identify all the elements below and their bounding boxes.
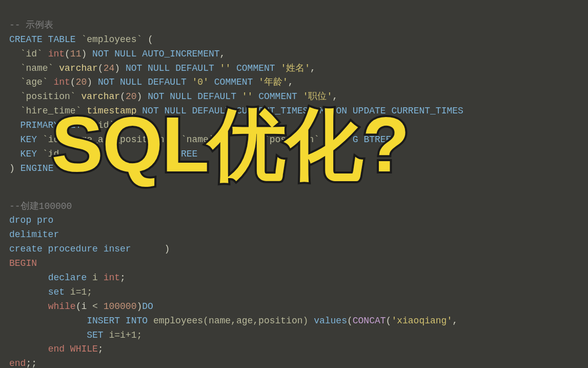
delimiter: delimiter — [9, 229, 59, 240]
col-age: `age` — [21, 77, 48, 87]
begin-kw: BEGIN — [9, 258, 37, 268]
comment-line-2: --创建100000 — [9, 201, 72, 211]
insert-kw: INSERT INTO — [87, 316, 148, 326]
overlay-title: SQL优化? — [51, 105, 409, 183]
create-table-kw: CREATE TABLE — [9, 34, 76, 45]
comment-line: -- 示例表 — [9, 20, 53, 30]
create-proc: create procedure inser — [9, 244, 131, 254]
drop-proc: drop pro — [9, 215, 53, 225]
col-name: `name` — [21, 63, 54, 73]
table-name: `employees` — [81, 34, 142, 45]
col-id: `id` — [21, 49, 43, 59]
